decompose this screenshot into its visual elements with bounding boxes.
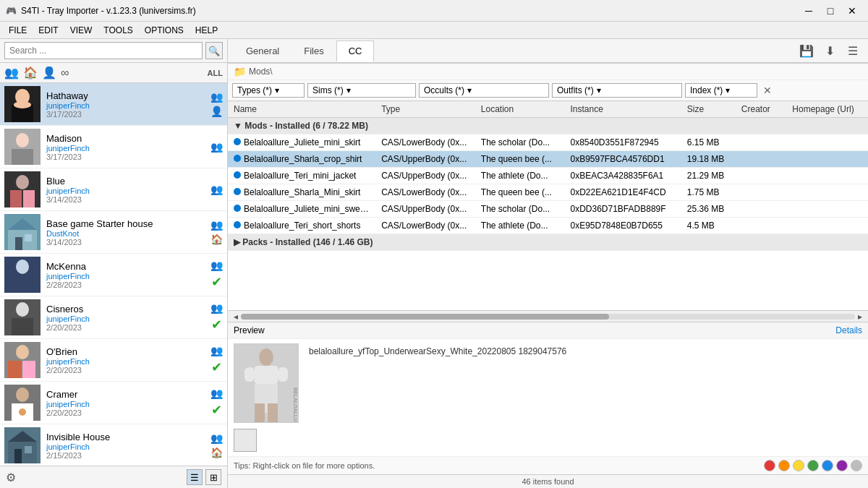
tab-general[interactable]: General bbox=[234, 40, 292, 61]
preview-color-swatch[interactable] bbox=[234, 429, 257, 452]
col-type[interactable]: Type bbox=[375, 101, 475, 118]
menu-help[interactable]: HELP bbox=[190, 24, 224, 37]
table-container[interactable]: Name Type Location Instance Size Creator… bbox=[228, 101, 868, 310]
sidebar-item[interactable]: O'Brien juniperFinch 2/20/2023 👥 ✔ bbox=[0, 339, 227, 382]
sidebar-item-actions: 👥 bbox=[210, 184, 223, 195]
tab-cc[interactable]: CC bbox=[336, 40, 375, 62]
menu-options[interactable]: OPTIONS bbox=[139, 24, 190, 37]
row-dot bbox=[234, 138, 241, 145]
group-icon[interactable]: 👥 bbox=[210, 345, 223, 356]
search-input[interactable] bbox=[4, 42, 203, 59]
table-row[interactable]: Belaloallure_Sharla_crop_shirtCAS/UpperB… bbox=[228, 151, 868, 168]
menu-edit[interactable]: EDIT bbox=[33, 24, 64, 37]
tab-actions: 💾 ⬇ ☰ bbox=[797, 41, 862, 60]
swatch-red[interactable] bbox=[764, 460, 775, 471]
sidebar-item-actions: 👥 🏠 bbox=[210, 432, 223, 458]
sidebar-item-creator: juniperFinch bbox=[46, 272, 205, 281]
sidebar-item[interactable]: Hathaway juniperFinch 3/17/2023 👥 👤 bbox=[0, 83, 227, 126]
swatch-yellow[interactable] bbox=[793, 460, 804, 471]
col-homepage[interactable]: Homepage (Url) bbox=[786, 101, 868, 118]
svg-rect-41 bbox=[255, 403, 265, 422]
download-button[interactable]: ⬇ bbox=[820, 41, 839, 60]
search-button[interactable]: 🔍 bbox=[205, 42, 223, 59]
sidebar-item[interactable]: Cramer juniperFinch 2/20/2023 👥 ✔ bbox=[0, 382, 227, 424]
sidebar-item[interactable]: Cisneros juniperFinch 2/20/2023 👥 ✔ bbox=[0, 296, 227, 339]
col-creator[interactable]: Creator bbox=[736, 101, 787, 118]
filter-close-button[interactable]: ✕ bbox=[760, 83, 775, 98]
list-view-button[interactable]: ☰ bbox=[187, 469, 203, 485]
all-filter-button[interactable]: ALL bbox=[208, 69, 223, 77]
scroll-right-arrow[interactable]: ▸ bbox=[855, 312, 865, 322]
svg-point-3 bbox=[14, 101, 31, 108]
hscroll-thumb bbox=[241, 314, 609, 320]
sidebar-item[interactable]: Blue juniperFinch 3/14/2023 👥 bbox=[0, 168, 227, 211]
person-icon[interactable]: 👤 bbox=[42, 66, 56, 80]
close-button[interactable]: ✕ bbox=[842, 3, 862, 19]
table-row[interactable]: Belaloallure_Sharla_Mini_skirtCAS/LowerB… bbox=[228, 184, 868, 201]
items-count: 46 items found bbox=[522, 477, 574, 486]
home-icon[interactable]: 🏠 bbox=[210, 447, 223, 458]
sidebar-item[interactable]: Base game Starter house DustKnot 3/14/20… bbox=[0, 211, 227, 254]
status-bar: 46 items found bbox=[228, 474, 868, 488]
minimize-button[interactable]: ─ bbox=[799, 3, 819, 19]
table-row[interactable]: Belaloallure_Teri_mini_jacketCAS/UpperBo… bbox=[228, 168, 868, 184]
swatch-purple[interactable] bbox=[836, 460, 848, 471]
infinity-icon[interactable]: ∞ bbox=[61, 67, 69, 80]
menu-button[interactable]: ☰ bbox=[843, 41, 862, 60]
details-link[interactable]: Details bbox=[835, 325, 862, 335]
tab-files[interactable]: Files bbox=[292, 40, 336, 61]
group-header-row[interactable]: ▶ Packs - Installed (146 / 1.46 GB) bbox=[228, 234, 868, 251]
group-icon[interactable]: 👥 bbox=[210, 388, 223, 399]
table-row[interactable]: Belaloallure_Juliete_mini_sweat...CAS/Up… bbox=[228, 201, 868, 218]
index-filter[interactable]: Index (*) ▾ bbox=[685, 83, 757, 98]
group-icon[interactable]: 👥 bbox=[210, 302, 223, 314]
scroll-left-arrow[interactable]: ◂ bbox=[231, 312, 241, 322]
preview-body: BELALOALLURE belaloallure_yfTop_Underwea… bbox=[228, 339, 868, 456]
group-icon[interactable]: 👥 bbox=[210, 141, 223, 153]
swatch-gray[interactable] bbox=[851, 460, 862, 471]
occults-filter[interactable]: Occults (*) ▾ bbox=[419, 83, 549, 98]
maximize-button[interactable]: □ bbox=[820, 3, 841, 19]
sidebar-item[interactable]: Madison juniperFinch 3/17/2023 👥 bbox=[0, 126, 227, 168]
filter-bar: Types (*) ▾ Sims (*) ▾ Occults (*) ▾ Out… bbox=[228, 80, 868, 101]
title-bar: 🎮 S4TI - Tray Importer - v.1.23.3 (luniv… bbox=[0, 0, 868, 22]
group-icon[interactable]: 👥 bbox=[210, 260, 223, 271]
col-instance[interactable]: Instance bbox=[565, 101, 681, 118]
sidebar-list[interactable]: Hathaway juniperFinch 3/17/2023 👥 👤 bbox=[0, 83, 227, 466]
home-icon[interactable]: 🏠 bbox=[23, 66, 38, 80]
col-location[interactable]: Location bbox=[475, 101, 565, 118]
menu-tools[interactable]: TOOLS bbox=[98, 24, 138, 37]
avatar bbox=[4, 257, 41, 293]
sidebar-item[interactable]: Invisible House juniperFinch 2/15/2023 👥… bbox=[0, 424, 227, 466]
table-row[interactable]: Belaloallure_Teri_short_shortsCAS/LowerB… bbox=[228, 218, 868, 234]
types-filter[interactable]: Types (*) ▾ bbox=[232, 83, 305, 98]
group-icon[interactable]: 👥 bbox=[210, 91, 223, 103]
svg-point-27 bbox=[16, 388, 29, 402]
person-icon[interactable]: 👤 bbox=[210, 106, 223, 117]
sidebar-filter-icons: 👥 🏠 👤 ∞ bbox=[4, 66, 69, 80]
swatch-orange[interactable] bbox=[778, 460, 790, 471]
grid-view-button[interactable]: ⊞ bbox=[205, 469, 221, 485]
menu-file[interactable]: FILE bbox=[3, 24, 33, 37]
group-header-row[interactable]: ▼ Mods - Installed (6 / 78.22 MB) bbox=[228, 118, 868, 134]
group-icon[interactable]: 👥 bbox=[210, 219, 223, 231]
home-icon[interactable]: 🏠 bbox=[210, 234, 223, 245]
hscroll-bar[interactable] bbox=[241, 314, 855, 320]
sidebar-item-actions: 👥 🏠 bbox=[210, 219, 223, 245]
outfits-filter[interactable]: Outfits (*) ▾ bbox=[552, 83, 682, 98]
sims-filter[interactable]: Sims (*) ▾ bbox=[307, 83, 416, 98]
index-chevron: ▾ bbox=[726, 85, 730, 95]
group-icon[interactable]: 👥 bbox=[210, 432, 223, 444]
menu-view[interactable]: VIEW bbox=[64, 24, 98, 37]
swatch-blue[interactable] bbox=[822, 460, 833, 471]
sidebar-item[interactable]: McKenna juniperFinch 2/28/2023 👥 ✔ bbox=[0, 254, 227, 296]
sidebar-item-info: Hathaway juniperFinch 3/17/2023 bbox=[46, 90, 205, 119]
col-name[interactable]: Name bbox=[228, 101, 375, 118]
table-row[interactable]: Belaloallure_Juliete_mini_skirtCAS/Lower… bbox=[228, 134, 868, 151]
col-size[interactable]: Size bbox=[681, 101, 736, 118]
sim-group-icon[interactable]: 👥 bbox=[4, 66, 19, 80]
swatch-green[interactable] bbox=[807, 460, 819, 471]
settings-icon[interactable]: ⚙ bbox=[6, 471, 16, 484]
group-icon[interactable]: 👥 bbox=[210, 184, 223, 195]
save-button[interactable]: 💾 bbox=[797, 41, 816, 60]
